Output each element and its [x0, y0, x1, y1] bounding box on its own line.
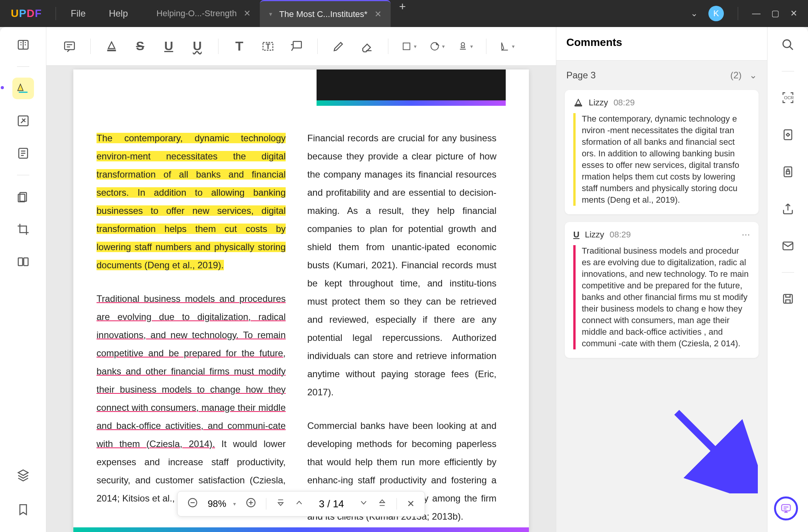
app-body: S U U T T ▾ ▾ ▾ ▾ The contemporary, dyna… [0, 27, 808, 532]
close-pager-button[interactable]: ✕ [407, 498, 415, 509]
menu-help[interactable]: Help [97, 8, 139, 19]
right-rail: OCR [767, 27, 808, 532]
edit-mode-button[interactable] [12, 110, 34, 132]
annotate-mode-button[interactable] [12, 78, 34, 99]
zoom-out-button[interactable] [188, 498, 198, 510]
callout-tool[interactable] [289, 39, 304, 54]
svg-point-14 [461, 42, 465, 46]
comment-count: (2) [730, 70, 742, 81]
chevron-down-icon[interactable]: ▾ [269, 10, 272, 18]
convert-button[interactable] [777, 124, 799, 146]
comment-tool[interactable] [62, 39, 77, 54]
highlighted-text[interactable]: The contemporary, dynamic technology env… [97, 133, 286, 270]
text-tool[interactable]: T [232, 39, 247, 54]
divider [396, 498, 397, 510]
comment-text: Traditional business models and procedur… [573, 245, 750, 349]
more-icon[interactable]: ⋯ [742, 230, 750, 240]
svg-text:T: T [266, 42, 270, 51]
comment-text: The contemporary, dynamic technology e n… [573, 113, 750, 206]
highlight-tool[interactable] [104, 39, 119, 54]
share-button[interactable] [777, 198, 799, 220]
comment-author: Lizzy [585, 230, 604, 240]
prev-page-button[interactable] [295, 498, 303, 509]
page-controls: 98%▾ 3 / 14 ✕ [177, 491, 425, 517]
underline-tool[interactable]: U [161, 39, 176, 54]
eraser-tool[interactable] [359, 39, 375, 54]
menu-file[interactable]: File [59, 8, 97, 19]
reader-mode-button[interactable] [12, 34, 34, 56]
svg-rect-4 [18, 194, 25, 202]
protect-button[interactable] [777, 161, 799, 183]
svg-rect-25 [782, 505, 791, 511]
ai-chat-button[interactable] [774, 496, 798, 520]
chevron-down-icon: ▾ [470, 43, 473, 49]
svg-rect-7 [64, 42, 75, 49]
gradient-bar [317, 100, 506, 106]
pencil-tool[interactable] [331, 39, 346, 54]
close-icon[interactable]: ✕ [244, 8, 251, 19]
shape-tool[interactable]: ▾ [401, 41, 417, 51]
chevron-down-icon[interactable]: ⌄ [749, 70, 757, 81]
chevron-down-icon: ▾ [233, 501, 236, 507]
chevron-down-icon: ▾ [512, 43, 515, 49]
titlebar-right: ⌄ K — ▢ ✕ [691, 6, 808, 21]
document-viewport[interactable]: The contemporary, dynamic technology env… [46, 66, 556, 532]
divider [56, 7, 56, 20]
strikethrough-tool[interactable]: S [132, 39, 148, 54]
save-button[interactable] [777, 288, 799, 310]
signature-tool[interactable]: ▾ [500, 41, 515, 51]
pages-panel-button[interactable] [12, 186, 34, 208]
titlebar: UPDF File Help Helping-O...-Strength ✕ ▾… [0, 0, 808, 27]
chevron-down-icon: ▾ [414, 43, 417, 49]
comments-title: Comments [556, 27, 767, 61]
divider [782, 71, 794, 71]
svg-rect-21 [784, 167, 792, 177]
compare-button[interactable] [12, 251, 34, 273]
tab-title: Helping-O...-Strength [156, 8, 237, 19]
chevron-down-icon[interactable]: ⌄ [691, 8, 698, 19]
stamp-tool[interactable]: ▾ [458, 41, 473, 51]
column-right: Financial records are crucial for any bu… [307, 129, 496, 525]
underline-icon: U [573, 230, 579, 240]
tab-inactive[interactable]: Helping-O...-Strength ✕ [147, 0, 260, 27]
body-text: Financial records are crucial for any bu… [307, 129, 496, 401]
svg-text:OCR: OCR [784, 95, 794, 100]
bookmark-button[interactable] [12, 499, 34, 520]
app-logo: UPDF [0, 7, 53, 20]
zoom-in-button[interactable] [246, 498, 256, 510]
svg-rect-17 [575, 105, 581, 106]
crop-button[interactable] [12, 219, 34, 240]
svg-rect-24 [783, 295, 792, 303]
add-tab-button[interactable]: + [391, 0, 415, 27]
comment-time: 08:29 [610, 230, 631, 240]
last-page-button[interactable] [378, 498, 386, 509]
close-button[interactable]: ✕ [790, 8, 797, 19]
divider [218, 39, 219, 54]
organize-mode-button[interactable] [12, 142, 34, 164]
comment-author: Lizzy [589, 98, 608, 108]
avatar[interactable]: K [708, 6, 724, 21]
zoom-select[interactable]: 98%▾ [208, 498, 236, 509]
comment-card[interactable]: Lizzy 08:29 The contemporary, dynamic te… [565, 90, 759, 214]
tab-active[interactable]: ▾ The Most C...Institutes* ✕ [260, 0, 391, 27]
page-label: Page 3 [566, 70, 596, 81]
search-button[interactable] [777, 34, 799, 56]
comment-card[interactable]: U Lizzy 08:29 ⋯ Traditional business mod… [565, 222, 759, 358]
sticker-tool[interactable]: ▾ [430, 41, 445, 51]
page-indicator[interactable]: 3 / 14 [313, 498, 349, 510]
squiggly-tool[interactable]: U [190, 39, 205, 54]
layers-button[interactable] [12, 464, 34, 486]
close-icon[interactable]: ✕ [374, 9, 381, 19]
document-page: The contemporary, dynamic technology env… [73, 69, 529, 532]
ocr-button[interactable]: OCR [777, 87, 799, 108]
email-button[interactable] [777, 235, 799, 257]
underlined-text[interactable]: Traditional business models and procedur… [97, 293, 286, 449]
divider [266, 498, 266, 510]
first-page-button[interactable] [276, 498, 285, 509]
maximize-button[interactable]: ▢ [771, 8, 779, 19]
next-page-button[interactable] [359, 498, 368, 509]
comments-page-header[interactable]: Page 3 (2)⌄ [556, 61, 767, 90]
minimize-button[interactable]: — [752, 8, 761, 19]
svg-rect-11 [293, 41, 302, 48]
textbox-tool[interactable]: T [260, 39, 276, 54]
